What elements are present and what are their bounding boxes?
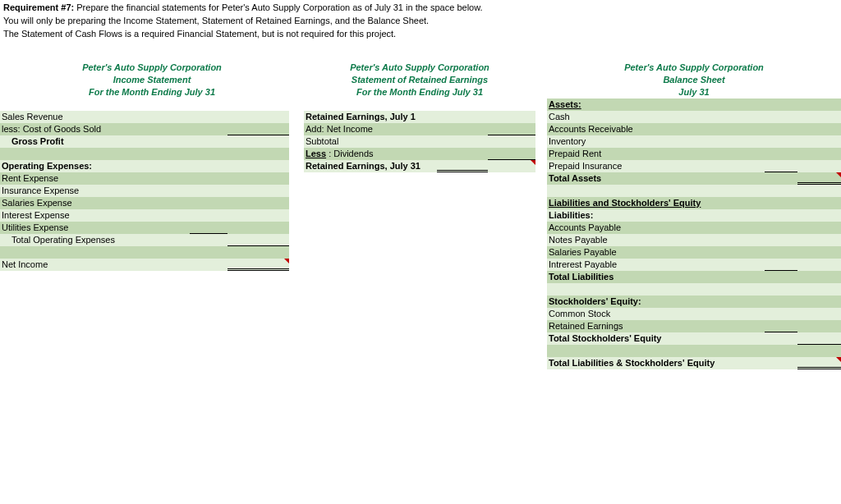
income-net-income[interactable]: Net Income — [0, 259, 190, 271]
income-total-op-exp-amount[interactable] — [227, 234, 289, 246]
balance-se-header: Stockholders' Equity: — [547, 296, 694, 308]
balance-total-liab-se[interactable]: Total Liabilities & Stockholders' Equity — [547, 357, 765, 369]
income-total-op-exp[interactable]: Total Operating Expenses — [0, 234, 190, 246]
income-ins-expense[interactable]: Insurance Expense — [0, 185, 190, 197]
balance-sp-amount[interactable] — [765, 246, 797, 259]
instructions-line-3: The Statement of Cash Flows is a require… — [3, 28, 838, 41]
balance-cs-amount[interactable] — [765, 308, 797, 320]
balance-np-amount[interactable] — [765, 234, 797, 246]
income-rent-expense[interactable]: Rent Expense — [0, 172, 190, 185]
balance-ap[interactable]: Accounts Payable — [547, 222, 694, 234]
balance-liab-header: Liabilities: — [547, 209, 694, 222]
retained-subtotal-amount[interactable] — [488, 135, 535, 148]
income-util-expense[interactable]: Utilities Expense — [0, 222, 190, 234]
balance-prepaid-rent-amount[interactable] — [765, 148, 797, 160]
instructions-line-2: You will only be preparing the Income St… — [3, 15, 838, 28]
balance-total-se[interactable]: Total Stockholders' Equity — [547, 332, 694, 345]
income-rent-expense-amount[interactable] — [190, 172, 227, 185]
income-gross-profit-amount[interactable] — [227, 135, 289, 148]
retained-dividends-amount[interactable] — [488, 148, 535, 160]
requirement-label: Requirement #7: — [3, 2, 74, 12]
balance-prepaid-rent[interactable]: Prepaid Rent — [547, 148, 694, 160]
balance-inventory-amount[interactable] — [765, 135, 797, 148]
balance-total-se-amount[interactable] — [797, 332, 841, 345]
income-gross-profit[interactable]: Gross Profit — [0, 135, 190, 148]
income-sales-revenue[interactable]: Sales Revenue — [0, 111, 190, 123]
balance-ar[interactable]: Accounts Receivable — [547, 123, 694, 135]
balance-total-liab[interactable]: Total Liabilities — [547, 271, 694, 283]
retained-title-period: For the Month Ending July 31 — [304, 86, 535, 99]
income-int-expense-amount[interactable] — [190, 209, 227, 222]
income-sal-expense[interactable]: Salaries Expense — [0, 197, 190, 209]
spreadsheet: Peter's Auto Supply Corporation Peter's … — [0, 49, 841, 443]
income-title-period: For the Month Ending July 31 — [15, 86, 289, 99]
retained-title-company: Peter's Auto Supply Corporation — [304, 62, 535, 74]
retained-add-ni-amount[interactable] — [488, 123, 535, 135]
balance-cash[interactable]: Cash — [547, 111, 694, 123]
balance-ip[interactable]: Intrerest Payable — [547, 259, 694, 271]
balance-total-liab-se-amount[interactable] — [797, 357, 841, 369]
income-net-income-amount[interactable] — [227, 259, 289, 271]
income-util-expense-amount[interactable] — [190, 222, 227, 234]
retained-jul31[interactable]: Retained Earnings, July 31 — [304, 160, 437, 172]
retained-jul1-amount[interactable] — [488, 111, 535, 123]
retained-add-ni[interactable]: Add: Net Income — [304, 123, 437, 135]
instructions-line-1: Prepare the financial statements for Pet… — [74, 2, 482, 12]
balance-ar-amount[interactable] — [765, 123, 797, 135]
balance-total-assets[interactable]: Total Assets — [547, 172, 694, 185]
balance-cs[interactable]: Common Stock — [547, 308, 694, 320]
balance-re[interactable]: Retained Earnings — [547, 320, 694, 332]
balance-ap-amount[interactable] — [765, 222, 797, 234]
balance-total-liab-amount[interactable] — [797, 271, 841, 283]
balance-sp[interactable]: Salaries Payable — [547, 246, 694, 259]
income-title-statement: Income Statement — [15, 74, 289, 86]
balance-ip-amount[interactable] — [765, 259, 797, 271]
balance-prepaid-ins-amount[interactable] — [765, 160, 797, 172]
income-cogs-amount[interactable] — [227, 123, 289, 135]
income-ins-expense-amount[interactable] — [190, 185, 227, 197]
balance-re-amount[interactable] — [765, 320, 797, 332]
income-int-expense[interactable]: Interest Expense — [0, 209, 190, 222]
retained-less-dividends[interactable]: Less : Dividends — [304, 148, 437, 160]
balance-title-period: July 31 — [547, 86, 841, 99]
retained-jul31-amount[interactable] — [488, 160, 535, 172]
income-less-cogs[interactable]: less: Cost of Goods Sold — [0, 123, 190, 135]
balance-np[interactable]: Notes Payable — [547, 234, 694, 246]
balance-total-assets-amount[interactable] — [797, 172, 841, 185]
instructions-block: Requirement #7: Prepare the financial st… — [0, 0, 841, 43]
balance-title-statement: Balance Sheet — [547, 74, 841, 86]
income-op-exp-header[interactable]: Operating Expenses: — [0, 160, 190, 172]
balance-title-company: Peter's Auto Supply Corporation — [547, 62, 841, 74]
income-sales-revenue-amount[interactable] — [227, 111, 289, 123]
income-title-company: Peter's Auto Supply Corporation — [15, 62, 289, 74]
retained-title-statement: Statement of Retained Earnings — [304, 74, 535, 86]
balance-cash-amount[interactable] — [765, 111, 797, 123]
balance-liab-se-header: Liabilities and Stockholders' Equity — [547, 197, 729, 209]
retained-subtotal[interactable]: Subtotal — [304, 135, 437, 148]
income-sal-expense-amount[interactable] — [190, 197, 227, 209]
balance-assets-header: Assets: — [547, 99, 694, 111]
balance-prepaid-ins[interactable]: Prepaid Insurance — [547, 160, 694, 172]
balance-inventory[interactable]: Inventory — [547, 135, 694, 148]
retained-jul1[interactable]: Retained Earnings, July 1 — [304, 111, 437, 123]
